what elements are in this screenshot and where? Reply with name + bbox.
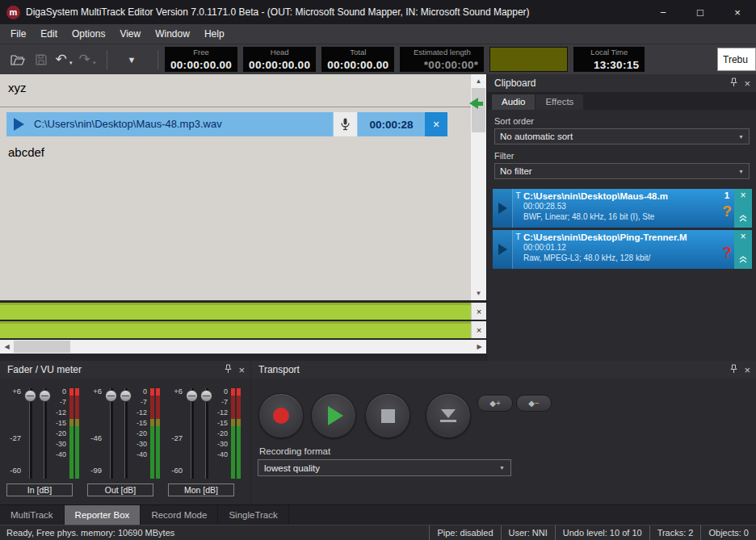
entry-text: C:\Users\nin\Desktop\Maus-48.m 00:00:28.… [523, 189, 720, 228]
entry-play-button[interactable] [493, 230, 513, 269]
track-play-button[interactable] [6, 112, 31, 136]
fader-slider[interactable] [120, 388, 132, 479]
title-bar[interactable]: m DigaSystem MultiTrack Editor Version 7… [0, 0, 756, 24]
fader-knob[interactable] [120, 390, 132, 402]
filter-select[interactable]: No filter ▼ [494, 163, 750, 179]
horizontal-scrollbar-thumb[interactable] [14, 341, 70, 353]
entry-duration: 00:00:28.53 [523, 201, 720, 211]
menu-item-edit[interactable]: Edit [33, 24, 65, 44]
save-button[interactable] [30, 48, 52, 71]
pin-icon[interactable] [225, 364, 232, 376]
fader-knob[interactable] [105, 390, 117, 402]
scroll-right-arrow[interactable]: ▶ [472, 340, 486, 354]
panel-close-icon[interactable]: × [744, 78, 750, 89]
scroll-down-arrow[interactable]: ▼ [471, 287, 486, 300]
track-duration: 00:00:28 [357, 112, 425, 136]
clipboard-entry[interactable]: T C:\Users\nin\Desktop\Maus-48.m 00:00:2… [493, 189, 752, 228]
editor-area[interactable]: xyz C:\Users\nin\Desktop\Maus-48.mp3.wav… [0, 74, 471, 300]
tab-effects[interactable]: Effects [536, 94, 583, 110]
menu-item-file[interactable]: File [3, 24, 33, 44]
maximize-button[interactable]: □ [682, 0, 719, 24]
entry-play-button[interactable] [493, 189, 513, 228]
fader-knob[interactable] [39, 390, 51, 402]
track-close-button[interactable]: × [425, 112, 447, 136]
sort-order-select[interactable]: No automatic sort ▼ [494, 128, 750, 144]
fader-knob[interactable] [200, 390, 212, 402]
app-icon: m [6, 6, 20, 19]
clipboard-entry[interactable]: T C:\Users\nin\Desktop\Ping-Trenner.M 00… [493, 230, 752, 269]
sort-order-value: No automatic sort [500, 132, 573, 141]
entry-track-marker: T [513, 189, 523, 228]
lane-close-button[interactable]: × [471, 303, 486, 320]
tab-singletrack[interactable]: SingleTrack [218, 505, 288, 525]
time-display-free: Free 00:00:00.00 [165, 47, 237, 72]
fader-slider[interactable] [105, 388, 117, 479]
panel-close-icon[interactable]: × [744, 365, 750, 375]
track-lane-green[interactable] [0, 321, 471, 338]
entry-count: 1 [724, 189, 729, 201]
pin-icon[interactable] [730, 364, 737, 376]
redo-button[interactable]: ↷ ▼ [77, 48, 99, 71]
go-to-end-button[interactable] [426, 393, 471, 438]
entry-chevrons-up-icon[interactable] [739, 252, 747, 266]
insert-position-arrow[interactable] [469, 98, 483, 109]
fader-range-labels: +6 -27 -60 [166, 380, 183, 477]
close-button[interactable]: × [719, 0, 756, 24]
panel-close-icon[interactable]: × [238, 365, 245, 375]
font-button[interactable]: Trebu [717, 48, 756, 71]
marker-remove-button[interactable]: ◆− [516, 395, 552, 412]
toolbar-level-meter [489, 47, 568, 72]
menu-item-view[interactable]: View [112, 24, 148, 44]
status-tracks: Tracks: 2 [649, 525, 701, 540]
record-button[interactable] [258, 393, 304, 438]
scale-tick: -30 [50, 439, 66, 450]
minimize-button[interactable]: − [645, 0, 682, 24]
undo-button[interactable]: ↶ ▼ [53, 48, 75, 71]
scroll-up-arrow[interactable]: ▲ [471, 74, 486, 88]
marker-add-button[interactable]: ◆+ [477, 395, 513, 412]
range-top: +6 [166, 387, 183, 396]
entry-close-button[interactable]: × [740, 191, 746, 200]
fader-slider[interactable] [39, 388, 51, 479]
tab-multitrack[interactable]: MultiTrack [0, 505, 65, 525]
open-button[interactable] [6, 48, 28, 71]
entry-side-controls: × [734, 189, 752, 228]
track-mic-button[interactable] [333, 112, 357, 136]
lane-close-button[interactable]: × [471, 321, 486, 338]
transport-panel-title: Transport [258, 364, 300, 375]
tab-record-mode[interactable]: Record Mode [141, 505, 218, 525]
tab-audio[interactable]: Audio [492, 94, 535, 110]
recording-format-select[interactable]: lowest quality ▼ [258, 459, 511, 476]
scale-tick: -40 [50, 450, 66, 460]
entry-close-button[interactable]: × [740, 232, 746, 241]
tab-reporter-box[interactable]: Reporter Box [65, 505, 141, 525]
error-question-icon: ? [722, 242, 732, 269]
pin-icon[interactable] [730, 77, 737, 90]
play-button[interactable] [311, 393, 356, 438]
fader-knob[interactable] [186, 390, 198, 402]
time-value: 00:00:00.00 [249, 59, 310, 71]
clipboard-header: Clipboard × [487, 74, 756, 92]
menu-item-window[interactable]: Window [148, 24, 197, 44]
fader-slider[interactable] [24, 388, 36, 479]
scale-tick: -12 [131, 408, 147, 418]
toolbar-dropdown-button[interactable]: ▼ [114, 48, 149, 71]
track-file-path: C:\Users\nin\Desktop\Maus-48.mp3.wav [31, 112, 333, 136]
audio-track-bar[interactable]: C:\Users\nin\Desktop\Maus-48.mp3.wav 00:… [6, 112, 447, 136]
window-controls: − □ × [645, 0, 756, 24]
stop-button[interactable] [365, 393, 410, 438]
status-user: User: NNI [501, 525, 555, 540]
track-lane-green[interactable] [0, 303, 471, 320]
fader-slider[interactable] [186, 388, 198, 479]
scroll-left-arrow[interactable]: ◀ [0, 340, 14, 354]
editor-horizontal-scrollbar[interactable]: ◀ ▶ [0, 340, 486, 354]
menu-item-help[interactable]: Help [197, 24, 232, 44]
entry-chevrons-up-icon[interactable] [739, 211, 747, 225]
fader-group-label: In [dB] [6, 483, 73, 496]
fader-knob[interactable] [24, 390, 36, 402]
scale-tick: -30 [212, 439, 228, 450]
menu-item-options[interactable]: Options [65, 24, 112, 44]
status-message: Ready, Free phys. memory: 10690 MBytes [0, 528, 174, 538]
vertical-scrollbar-thumb[interactable] [472, 88, 485, 132]
fader-slider[interactable] [200, 388, 212, 479]
